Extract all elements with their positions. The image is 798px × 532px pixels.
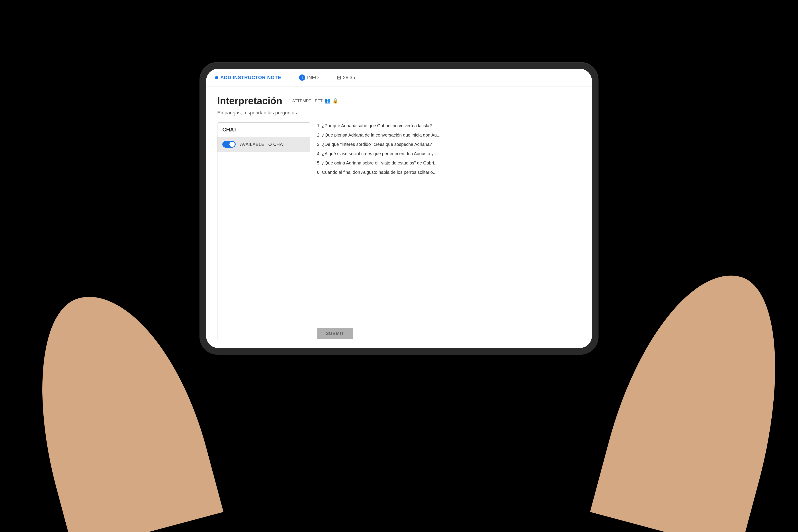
- info-label: INFO: [307, 75, 319, 80]
- question-item-6: 6. Cuando al final don Augusto habla de …: [317, 169, 581, 175]
- available-toggle[interactable]: [222, 141, 235, 148]
- lock-icon: 🔒: [332, 98, 339, 104]
- chat-header: CHAT: [217, 122, 310, 137]
- activity-icons: 👥 🔒: [324, 98, 339, 104]
- people-icon: 👥: [324, 98, 331, 104]
- title-row: Interpretación 1 ATTEMPT LEFT 👥 🔒: [217, 95, 581, 107]
- question-item-2: 2. ¿Qué piensa Adriana de la conversació…: [317, 132, 581, 138]
- page-subtitle: En parejas, respondan las preguntas.: [217, 110, 581, 116]
- content-columns: CHAT AVAILABLE TO CHAT: [217, 122, 581, 339]
- chat-column: CHAT AVAILABLE TO CHAT: [217, 122, 310, 339]
- attempt-text: 1 ATTEMPT LEFT: [289, 99, 323, 103]
- attempt-badge: 1 ATTEMPT LEFT 👥 🔒: [289, 98, 338, 104]
- question-item-4: 4. ¿A qué clase social crees que pertene…: [317, 150, 581, 157]
- questions-list: 1. ¿Por qué Adriana sabe que Gabriel no …: [317, 122, 581, 323]
- right-hand: [590, 255, 798, 532]
- tablet-device: ADD INSTRUCTOR NOTE i INFO ⊞ 28:35 Inter…: [200, 62, 598, 355]
- top-bar: ADD INSTRUCTOR NOTE i INFO ⊞ 28:35: [206, 69, 592, 87]
- question-item-3: 3. ¿De qué "interés sórdido" crees que s…: [317, 141, 581, 148]
- timer-icon: ⊞: [337, 75, 341, 81]
- question-item-1: 1. ¿Por qué Adriana sabe que Gabriel no …: [317, 122, 581, 129]
- available-label: AVAILABLE TO CHAT: [240, 142, 285, 147]
- timer-value: 28:35: [343, 75, 355, 80]
- tablet-screen: ADD INSTRUCTOR NOTE i INFO ⊞ 28:35 Inter…: [206, 69, 592, 348]
- submit-button[interactable]: SUBMIT: [317, 328, 353, 339]
- timer-button[interactable]: ⊞ 28:35: [337, 75, 355, 81]
- toggle-thumb: [229, 141, 235, 147]
- questions-column: 1. ¿Por qué Adriana sabe que Gabriel no …: [317, 122, 581, 339]
- chat-box: CHAT AVAILABLE TO CHAT: [217, 122, 310, 339]
- add-instructor-label: ADD INSTRUCTOR NOTE: [220, 75, 281, 80]
- left-hand: [11, 277, 224, 532]
- add-instructor-button[interactable]: ADD INSTRUCTOR NOTE: [215, 75, 281, 80]
- question-item-5: 5. ¿Qué opina Adriana sobre el "viaje de…: [317, 159, 581, 166]
- info-icon: i: [299, 75, 305, 81]
- dot-icon: [215, 76, 218, 79]
- chat-available-row: AVAILABLE TO CHAT: [217, 137, 310, 152]
- submit-row: SUBMIT: [317, 328, 581, 339]
- info-button[interactable]: i INFO: [299, 75, 319, 81]
- page-title: Interpretación: [217, 95, 282, 107]
- main-content: Interpretación 1 ATTEMPT LEFT 👥 🔒 En par…: [206, 87, 592, 348]
